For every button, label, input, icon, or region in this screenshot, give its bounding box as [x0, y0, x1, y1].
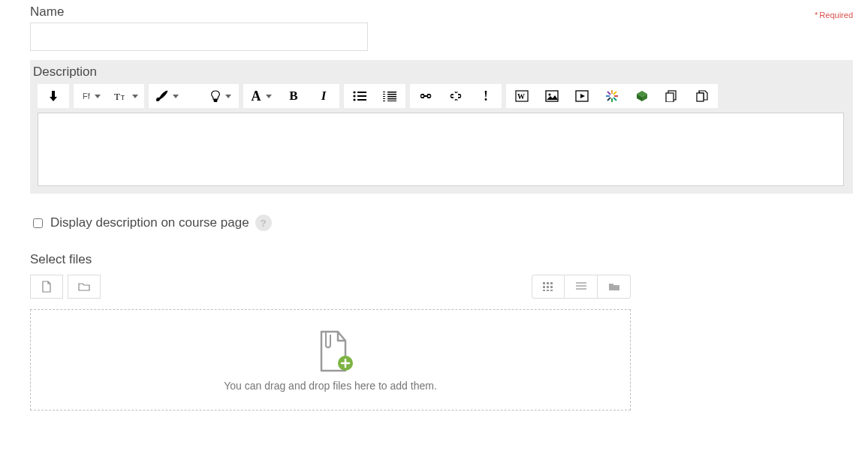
view-list-button[interactable]	[565, 275, 598, 299]
unlink-icon	[449, 90, 463, 102]
cube-icon	[636, 90, 648, 102]
grid-icon	[543, 282, 553, 291]
svg-point-6	[353, 98, 355, 101]
font-family-dropdown[interactable]: Ff	[74, 85, 109, 107]
display-description-checkbox[interactable]	[33, 218, 43, 228]
files-button[interactable]	[657, 85, 687, 107]
svg-rect-28	[550, 282, 553, 284]
svg-rect-36	[576, 285, 586, 287]
add-file-button[interactable]	[30, 275, 63, 299]
file-icon	[41, 281, 52, 293]
insert-plugin1-button[interactable]	[597, 85, 627, 107]
text-color-dropdown[interactable]	[149, 85, 184, 107]
svg-rect-24	[666, 93, 674, 102]
view-tree-button[interactable]	[598, 275, 631, 299]
select-files-label: Select files	[30, 252, 853, 267]
required-hint: Required	[815, 11, 853, 20]
view-icons-button[interactable]	[532, 275, 565, 299]
letter-a-icon: A	[252, 89, 261, 104]
media-button[interactable]	[567, 85, 597, 107]
svg-rect-8	[383, 92, 385, 92]
remove-format-button[interactable]: !	[471, 85, 501, 107]
asterisk-icon	[606, 90, 618, 102]
svg-rect-16	[383, 101, 385, 101]
exclaim-icon: !	[484, 89, 488, 104]
create-folder-button[interactable]	[68, 275, 101, 299]
svg-rect-25	[697, 93, 704, 101]
svg-rect-31	[550, 286, 553, 288]
insert-plugin2-button[interactable]	[627, 85, 657, 107]
brush-icon	[155, 90, 168, 102]
copy-icon	[695, 90, 709, 102]
svg-rect-11	[387, 94, 396, 95]
svg-rect-10	[383, 94, 385, 95]
svg-point-2	[353, 91, 355, 93]
bold-icon: B	[289, 89, 297, 104]
description-editor[interactable]	[38, 113, 844, 186]
svg-rect-14	[383, 98, 385, 99]
svg-text:T: T	[121, 95, 125, 101]
svg-text:W: W	[517, 92, 525, 101]
font-family-label: Ff	[83, 92, 90, 101]
svg-rect-27	[547, 282, 549, 284]
image-icon	[545, 90, 559, 102]
svg-rect-9	[387, 92, 396, 93]
svg-rect-15	[387, 98, 396, 100]
link-icon	[419, 90, 432, 102]
name-label: Name	[30, 5, 853, 20]
dropzone-text: You can drag and drop files here to add …	[224, 380, 437, 392]
font-size-dropdown[interactable]: TT	[109, 85, 143, 107]
unlink-button[interactable]	[441, 85, 471, 107]
svg-rect-37	[576, 288, 586, 290]
caret-icon	[225, 95, 231, 98]
media-icon	[575, 90, 589, 102]
numbered-list-icon	[383, 91, 396, 101]
help-icon[interactable]: ?	[255, 215, 272, 231]
dropzone-file-icon	[315, 329, 345, 371]
svg-point-4	[353, 95, 355, 97]
svg-rect-17	[387, 101, 396, 101]
caret-icon	[132, 95, 138, 98]
copy-button[interactable]	[687, 85, 717, 107]
svg-rect-33	[547, 290, 549, 291]
svg-rect-34	[550, 290, 553, 291]
folder-solid-icon	[608, 282, 620, 291]
italic-button[interactable]: I	[309, 85, 339, 107]
svg-rect-5	[357, 95, 366, 97]
caret-icon	[95, 95, 101, 98]
highlight-dropdown[interactable]	[203, 85, 238, 107]
svg-rect-12	[383, 96, 385, 97]
svg-rect-26	[543, 282, 545, 284]
bulb-icon	[210, 90, 221, 102]
svg-rect-30	[547, 286, 549, 288]
italic-icon: I	[321, 89, 327, 104]
svg-rect-32	[543, 290, 545, 291]
numbered-list-button[interactable]	[375, 85, 405, 107]
svg-rect-29	[543, 286, 545, 288]
bullet-list-icon	[353, 91, 366, 101]
files-icon	[665, 90, 679, 102]
bullet-list-button[interactable]	[345, 85, 375, 107]
svg-point-21	[548, 93, 550, 95]
word-import-button[interactable]: W	[507, 85, 537, 107]
svg-text:T: T	[114, 91, 120, 102]
svg-rect-7	[357, 99, 366, 101]
toolbar-more-button[interactable]	[38, 85, 68, 107]
list-icon	[576, 282, 586, 291]
svg-rect-13	[387, 96, 396, 98]
description-label: Description	[33, 65, 848, 80]
svg-rect-35	[576, 282, 586, 284]
name-input[interactable]	[30, 23, 368, 51]
caret-icon	[173, 95, 179, 98]
bold-button[interactable]: B	[279, 85, 309, 107]
link-button[interactable]	[411, 85, 441, 107]
svg-rect-3	[357, 92, 366, 93]
folder-icon	[78, 281, 90, 292]
paragraph-style-dropdown[interactable]: A	[244, 85, 279, 107]
word-icon: W	[515, 90, 529, 102]
editor-toolbar: Ff TT A	[38, 84, 848, 108]
description-block: Description Ff TT	[30, 60, 853, 194]
display-description-label: Display description on course page	[50, 215, 249, 230]
file-dropzone[interactable]: You can drag and drop files here to add …	[30, 309, 631, 410]
image-button[interactable]	[537, 85, 567, 107]
